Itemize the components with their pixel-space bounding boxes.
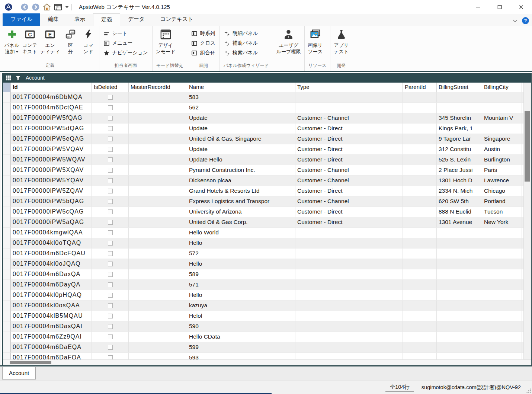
- cell-isdeleted[interactable]: [92, 249, 129, 259]
- cell-masterrecordid[interactable]: [129, 196, 187, 207]
- cell-type[interactable]: [295, 342, 403, 353]
- cell-masterrecordid[interactable]: [129, 269, 187, 280]
- cell-city[interactable]: Singapore: [482, 134, 522, 144]
- isdeleted-checkbox[interactable]: [108, 137, 113, 141]
- cell-street[interactable]: [437, 342, 482, 353]
- cell-street[interactable]: [437, 321, 482, 332]
- cell-id[interactable]: 0017F00004m6DayQA: [11, 280, 92, 290]
- column-header-billingstreet[interactable]: BillingStreet: [437, 83, 482, 92]
- row-header-cell[interactable]: [3, 332, 11, 342]
- cell-masterrecordid[interactable]: [129, 353, 187, 359]
- cell-name[interactable]: 571: [187, 280, 295, 290]
- entity-button[interactable]: Eエンティティ: [39, 27, 61, 55]
- isdeleted-checkbox[interactable]: [108, 168, 113, 173]
- cell-parentid[interactable]: [403, 353, 437, 359]
- cell-type[interactable]: Customer - Channel: [295, 196, 403, 207]
- cell-parentid[interactable]: [403, 186, 437, 196]
- cell-id[interactable]: 0017F00004kl0oJQAQ: [11, 259, 92, 269]
- combine-button[interactable]: 組合せ: [189, 49, 217, 57]
- cell-parentid[interactable]: [403, 217, 437, 228]
- cell-city[interactable]: [482, 249, 522, 259]
- cell-street[interactable]: [437, 290, 482, 301]
- column-header-billingcity[interactable]: BillingCity: [482, 83, 522, 92]
- cell-street[interactable]: [437, 103, 482, 113]
- cell-id[interactable]: 0017F00004m6Zz9QAI: [11, 332, 92, 342]
- collapse-ribbon-icon[interactable]: [513, 19, 517, 22]
- cell-id[interactable]: 0017F00000iPW5WQAV: [11, 155, 92, 165]
- isdeleted-checkbox[interactable]: [108, 355, 113, 359]
- detail-panel-button[interactable]: 明細パネル: [222, 29, 260, 38]
- cell-street[interactable]: 620 SW 5th: [437, 196, 482, 207]
- cell-street[interactable]: 525 S. Lexin: [437, 155, 482, 165]
- cell-type[interactable]: Customer - Direct: [295, 144, 403, 155]
- cell-name[interactable]: Grand Hotels & Resorts Ltd: [187, 186, 295, 196]
- cell-city[interactable]: Mountain V: [482, 113, 522, 124]
- cell-id[interactable]: 0017F00000iPW5YQAV: [11, 176, 92, 186]
- cell-name[interactable]: University of Arizona: [187, 207, 295, 217]
- cell-type[interactable]: [295, 321, 403, 332]
- cell-id[interactable]: 0017F00004m6DaEQA: [11, 342, 92, 353]
- navigation-button[interactable]: ナビゲーション: [101, 49, 150, 57]
- isdeleted-checkbox[interactable]: [108, 293, 113, 298]
- cell-name[interactable]: 589: [187, 269, 295, 280]
- cell-street[interactable]: [437, 332, 482, 342]
- cell-type[interactable]: [295, 290, 403, 301]
- row-header-cell[interactable]: [3, 196, 11, 207]
- maximize-button[interactable]: [489, 0, 510, 14]
- cell-city[interactable]: [482, 238, 522, 249]
- row-header-cell[interactable]: [3, 238, 11, 249]
- cell-type[interactable]: [295, 92, 403, 103]
- cell-isdeleted[interactable]: [92, 134, 129, 144]
- cell-street[interactable]: 1301 Avenue: [437, 217, 482, 228]
- cell-name[interactable]: Dickenson plcaa: [187, 176, 295, 186]
- isdeleted-checkbox[interactable]: [108, 105, 113, 110]
- cell-type[interactable]: [295, 259, 403, 269]
- cell-type[interactable]: [295, 249, 403, 259]
- cell-street[interactable]: 2 Place Jussi: [437, 165, 482, 176]
- cell-masterrecordid[interactable]: [129, 113, 187, 124]
- cell-isdeleted[interactable]: [92, 186, 129, 196]
- isdeleted-checkbox[interactable]: [108, 241, 113, 246]
- cell-city[interactable]: Lawrence: [482, 176, 522, 186]
- horizontal-scrollbar-thumb[interactable]: [10, 361, 51, 364]
- close-button[interactable]: [510, 0, 532, 14]
- cell-isdeleted[interactable]: [92, 228, 129, 238]
- cell-isdeleted[interactable]: [92, 301, 129, 311]
- cell-street[interactable]: [437, 269, 482, 280]
- cell-parentid[interactable]: [403, 228, 437, 238]
- cell-parentid[interactable]: [403, 290, 437, 301]
- cell-masterrecordid[interactable]: [129, 92, 187, 103]
- cell-street[interactable]: [437, 259, 482, 269]
- cell-parentid[interactable]: [403, 332, 437, 342]
- home-button[interactable]: [43, 3, 51, 11]
- grid-icon[interactable]: [6, 75, 11, 81]
- cell-type[interactable]: [295, 301, 403, 311]
- menu-tab-data[interactable]: データ: [120, 13, 152, 26]
- row-header-cell[interactable]: [3, 124, 11, 134]
- context-button[interactable]: Cコンテキスト: [21, 27, 39, 55]
- cell-masterrecordid[interactable]: [129, 280, 187, 290]
- cell-city[interactable]: [482, 321, 522, 332]
- cell-masterrecordid[interactable]: [129, 155, 187, 165]
- cell-masterrecordid[interactable]: [129, 259, 187, 269]
- cell-city[interactable]: Tucson: [482, 207, 522, 217]
- row-header-cell[interactable]: [3, 280, 11, 290]
- cell-name[interactable]: 599: [187, 342, 295, 353]
- cell-parentid[interactable]: [403, 259, 437, 269]
- column-header-isdeleted[interactable]: IsDeleted: [92, 83, 129, 92]
- cell-masterrecordid[interactable]: [129, 249, 187, 259]
- design-view-button[interactable]: [54, 3, 62, 11]
- cell-city[interactable]: [482, 311, 522, 321]
- cell-name[interactable]: 562: [187, 103, 295, 113]
- isdeleted-checkbox[interactable]: [108, 272, 113, 277]
- menu-tab-view[interactable]: 表示: [67, 13, 93, 26]
- isdeleted-checkbox[interactable]: [108, 189, 113, 193]
- cell-id[interactable]: 0017F00000iPW5cQAG: [11, 207, 92, 217]
- row-header-cell[interactable]: [3, 301, 11, 311]
- cell-id[interactable]: 0017F00004m6DasQAI: [11, 321, 92, 332]
- row-header-cell[interactable]: [3, 176, 11, 186]
- cell-name[interactable]: Hello: [187, 259, 295, 269]
- cell-id[interactable]: 0017F00004m6DaFQA: [11, 353, 92, 359]
- minimize-button[interactable]: [467, 0, 489, 14]
- cell-parentid[interactable]: [403, 311, 437, 321]
